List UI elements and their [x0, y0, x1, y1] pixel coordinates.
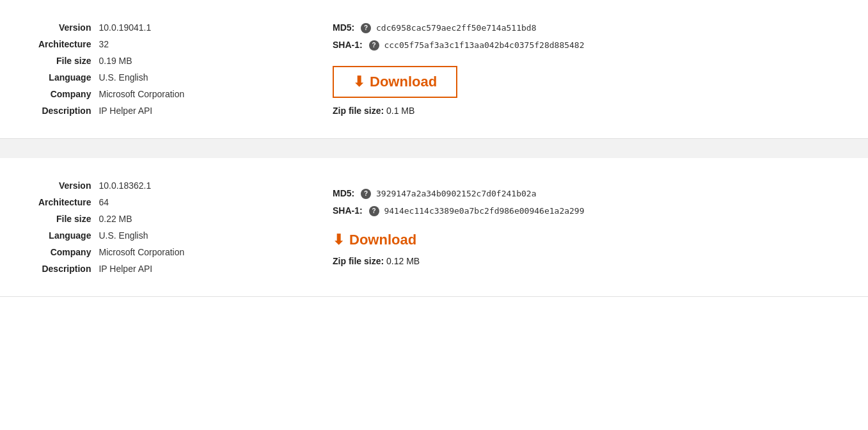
download-button-1[interactable]: ⬇ Download — [333, 66, 457, 98]
download-label-2: Download — [349, 232, 416, 248]
zip-size-label-2: Zip file size: — [333, 256, 384, 266]
md5-value-2: 3929147a2a34b0902152c7d0f241b02a — [376, 189, 536, 198]
file-entry-2: Version 10.0.18362.1 Architecture 64 Fil… — [0, 158, 868, 297]
company-row-2: Company Microsoft Corporation — [38, 244, 189, 260]
company-label-2: Company — [38, 244, 99, 260]
architecture-label-2: Architecture — [38, 194, 99, 211]
zip-size-1: Zip file size: 0.1 MB — [333, 106, 830, 116]
file-meta-2: Version 10.0.18362.1 Architecture 64 Fil… — [38, 177, 281, 277]
company-value-2: Microsoft Corporation — [99, 244, 189, 260]
download-icon-2: ⬇ — [333, 232, 344, 248]
md5-row-2: MD5: ? 3929147a2a34b0902152c7d0f241b02a — [333, 188, 830, 199]
architecture-label: Architecture — [38, 36, 99, 52]
file-meta-1: Version 10.0.19041.1 Architecture 32 Fil… — [38, 19, 281, 119]
version-row: Version 10.0.19041.1 — [38, 19, 189, 36]
description-label-2: Description — [38, 260, 99, 277]
filesize-row: File size 0.19 MB — [38, 52, 189, 69]
zip-size-value-2: 0.12 MB — [386, 256, 420, 266]
sha1-value-1: ccc05f75af3a3c1f13aa042b4c0375f28d885482 — [384, 40, 584, 50]
company-value: Microsoft Corporation — [99, 86, 189, 102]
architecture-value-2: 64 — [99, 194, 189, 211]
separator — [0, 139, 868, 158]
architecture-row: Architecture 32 — [38, 36, 189, 52]
file-actions-2: MD5: ? 3929147a2a34b0902152c7d0f241b02a … — [281, 177, 830, 277]
version-label: Version — [38, 19, 99, 36]
zip-size-label-1: Zip file size: — [333, 106, 384, 116]
language-label: Language — [38, 69, 99, 86]
filesize-label-2: File size — [38, 211, 99, 227]
description-row-2: Description IP Helper API — [38, 260, 189, 277]
zip-size-2: Zip file size: 0.12 MB — [333, 256, 830, 266]
sha1-label-2: SHA-1: — [333, 205, 363, 216]
architecture-row-2: Architecture 64 — [38, 194, 189, 211]
file-entry-1: Version 10.0.19041.1 Architecture 32 Fil… — [0, 0, 868, 139]
description-value: IP Helper API — [99, 102, 189, 119]
version-value-2: 10.0.18362.1 — [99, 177, 189, 194]
download-button-2[interactable]: ⬇ Download — [333, 232, 416, 248]
language-value: U.S. English — [99, 69, 189, 86]
description-row: Description IP Helper API — [38, 102, 189, 119]
filesize-row-2: File size 0.22 MB — [38, 211, 189, 227]
sha1-value-2: 9414ec114c3389e0a7bc2fd986e00946e1a2a299 — [384, 206, 584, 216]
md5-value-1: cdc6958cac579aec2ff50e714a511bd8 — [376, 23, 536, 33]
download-label-1: Download — [370, 74, 437, 90]
sha1-row-2: SHA-1: ? 9414ec114c3389e0a7bc2fd986e0094… — [333, 205, 830, 216]
version-row-2: Version 10.0.18362.1 — [38, 177, 189, 194]
sha1-label-1: SHA-1: — [333, 40, 363, 50]
version-value: 10.0.19041.1 — [99, 19, 189, 36]
language-value-2: U.S. English — [99, 227, 189, 244]
language-label-2: Language — [38, 227, 99, 244]
language-row: Language U.S. English — [38, 69, 189, 86]
sha1-row-1: SHA-1: ? ccc05f75af3a3c1f13aa042b4c0375f… — [333, 40, 830, 51]
sha1-info-icon-1[interactable]: ? — [369, 40, 379, 51]
sha1-info-icon-2[interactable]: ? — [369, 206, 379, 216]
md5-label-2: MD5: — [333, 188, 354, 198]
architecture-value: 32 — [99, 36, 189, 52]
version-label-2: Version — [38, 177, 99, 194]
md5-row-1: MD5: ? cdc6958cac579aec2ff50e714a511bd8 — [333, 22, 830, 33]
md5-label-1: MD5: — [333, 22, 354, 33]
filesize-value: 0.19 MB — [99, 52, 189, 69]
description-label: Description — [38, 102, 99, 119]
filesize-label: File size — [38, 52, 99, 69]
company-label: Company — [38, 86, 99, 102]
description-value-2: IP Helper API — [99, 260, 189, 277]
company-row: Company Microsoft Corporation — [38, 86, 189, 102]
zip-size-value-1: 0.1 MB — [386, 106, 414, 116]
filesize-value-2: 0.22 MB — [99, 211, 189, 227]
language-row-2: Language U.S. English — [38, 227, 189, 244]
md5-info-icon-1[interactable]: ? — [361, 23, 371, 33]
md5-info-icon-2[interactable]: ? — [361, 189, 371, 199]
download-icon-1: ⬇ — [353, 74, 365, 90]
file-actions-1: MD5: ? cdc6958cac579aec2ff50e714a511bd8 … — [281, 19, 830, 119]
